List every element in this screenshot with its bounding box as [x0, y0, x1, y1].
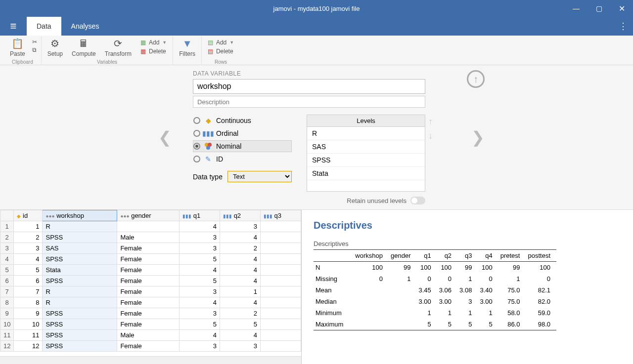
horizontal-scrollbar[interactable]	[0, 356, 301, 364]
level-up-arrow[interactable]: ↑	[428, 117, 433, 127]
results-subtitle: Descriptives	[314, 240, 621, 247]
add-row-button[interactable]: ▤Add ▼	[206, 39, 236, 46]
copy-icon[interactable]: ⧉	[32, 46, 37, 53]
filters-label: Filters	[179, 50, 195, 57]
compute-label: Compute	[72, 50, 96, 57]
results-panel: Descriptives Descriptives workshopgender…	[302, 210, 633, 364]
filter-icon: ▼	[181, 38, 194, 49]
column-header-q1[interactable]: ▮▮▮ q1	[180, 210, 220, 221]
variable-description-input[interactable]	[193, 96, 425, 108]
next-variable-arrow[interactable]: ❯	[471, 128, 485, 147]
table-row[interactable]: 55StataFemale44	[0, 265, 301, 276]
menu-bar: ≡ Data Analyses ⋮	[0, 17, 633, 36]
table-row[interactable]: 88RFemale44	[0, 297, 301, 308]
tab-analyses[interactable]: Analyses	[61, 17, 109, 36]
svg-point-2	[206, 146, 210, 150]
kebab-menu[interactable]: ⋮	[613, 17, 633, 36]
compute-icon: 🖩	[77, 38, 90, 49]
continuous-icon: ◆	[204, 117, 212, 124]
column-header-id[interactable]: ◆ id	[14, 210, 43, 221]
data-type-label: Data type	[193, 173, 223, 181]
table-row[interactable]: 22SPSSMale34	[0, 232, 301, 243]
table-row[interactable]: 66SPSSFemale54	[0, 276, 301, 286]
column-header-gender[interactable]: ●●● gender	[117, 210, 180, 221]
spreadsheet-panel: ◆ id●●● workshop●●● gender▮▮▮ q1▮▮▮ q2▮▮…	[0, 210, 302, 364]
chevron-down-icon: ▼	[162, 40, 167, 45]
data-table[interactable]: ◆ id●●● workshop●●● gender▮▮▮ q1▮▮▮ q2▮▮…	[0, 210, 301, 352]
table-row[interactable]: 99SPSSFemale32	[0, 308, 301, 319]
chevron-down-icon: ▼	[229, 40, 234, 45]
table-row[interactable]: 33SASFemale32	[0, 243, 301, 254]
setup-label: Setup	[47, 50, 63, 57]
cut-icon[interactable]: ✂	[32, 39, 37, 45]
tab-data[interactable]: Data	[27, 17, 61, 36]
transform-label: Transform	[105, 50, 132, 57]
variables-group-label: Variables	[97, 59, 117, 65]
level-item[interactable]: SPSS	[307, 154, 425, 167]
transform-icon: ⟳	[111, 38, 125, 49]
desc-row: Missing01001010	[314, 273, 556, 284]
paste-button[interactable]: 📋 Paste	[8, 37, 27, 58]
level-down-arrow[interactable]: ↓	[428, 131, 433, 141]
minimize-button[interactable]: ―	[565, 0, 588, 17]
table-row[interactable]: 44SPSSFemale54	[0, 254, 301, 265]
delete-variable-button[interactable]: ▦Delete	[138, 47, 169, 55]
measure-type-list: ◆ Continuous ▮▮▮ Ordinal Nominal	[193, 115, 292, 165]
results-title: Descriptives	[314, 220, 621, 231]
measure-nominal[interactable]: Nominal	[193, 140, 292, 152]
close-button[interactable]: ✕	[610, 0, 633, 17]
paste-label: Paste	[10, 50, 25, 57]
table-row[interactable]: 1010SPSSFemale55	[0, 319, 301, 330]
data-variable-label: DATA VARIABLE	[193, 70, 455, 77]
table-row[interactable]: 77RFemale31	[0, 286, 301, 297]
level-item[interactable]: SAS	[307, 140, 425, 154]
setup-icon: ⚙	[48, 38, 62, 49]
column-header-workshop[interactable]: ●●● workshop	[43, 210, 117, 221]
table-row[interactable]: 1111SPSSMale44	[0, 330, 301, 341]
corner-cell	[0, 210, 14, 221]
delete-row-button[interactable]: ▤Delete	[206, 47, 236, 55]
compute-button[interactable]: 🖩 Compute	[70, 37, 98, 58]
column-header-q2[interactable]: ▮▮▮ q2	[220, 210, 261, 221]
desc-row: N100991001009910099100	[314, 262, 556, 274]
retain-unused-toggle[interactable]	[410, 197, 425, 204]
id-icon: ✎	[204, 155, 212, 163]
rows-group-label: Rows	[215, 59, 227, 65]
nominal-icon	[204, 142, 212, 150]
add-variable-button[interactable]: ▦Add ▼	[138, 39, 169, 46]
prev-variable-arrow[interactable]: ❮	[158, 128, 172, 147]
desc-row: Median3.003.0033.0075.082.0	[314, 296, 556, 307]
radio-icon	[193, 156, 200, 162]
desc-row: Maximum555586.098.0	[314, 319, 556, 330]
measure-id[interactable]: ✎ ID	[193, 153, 292, 165]
table-row[interactable]: 11R43	[0, 221, 301, 232]
radio-icon	[193, 143, 200, 150]
setup-button[interactable]: ⚙ Setup	[45, 37, 65, 58]
variable-name-input[interactable]	[193, 79, 425, 94]
maximize-button[interactable]: ▢	[588, 0, 610, 17]
transform-button[interactable]: ⟳ Transform	[103, 37, 134, 58]
filters-button[interactable]: ▼ Filters	[177, 37, 197, 58]
table-row[interactable]: 1212SPSSFemale33	[0, 341, 301, 352]
levels-header: Levels	[307, 115, 425, 127]
levels-box: Levels RSASSPSSStata	[307, 115, 425, 192]
retain-unused-label: Retain unused levels	[347, 197, 407, 204]
column-header-q3[interactable]: ▮▮▮ q3	[260, 210, 301, 221]
clipboard-group-label: Clipboard	[12, 59, 33, 65]
measure-ordinal[interactable]: ▮▮▮ Ordinal	[193, 127, 292, 139]
window-title: jamovi - mydata100 jamovi file	[273, 5, 360, 12]
hamburger-menu[interactable]: ≡	[0, 17, 27, 36]
desc-row: Minimum111158.059.0	[314, 307, 556, 319]
data-type-select[interactable]: Text	[227, 171, 292, 182]
clipboard-icon: 📋	[10, 38, 24, 49]
measure-continuous[interactable]: ◆ Continuous	[193, 115, 292, 126]
level-item[interactable]: Stata	[307, 167, 425, 180]
ordinal-icon: ▮▮▮	[204, 129, 212, 137]
radio-icon	[193, 117, 200, 124]
ribbon: 📋 Paste ✂ ⧉ Clipboard ⚙ Setup 🖩 Compute …	[0, 36, 633, 65]
radio-icon	[193, 130, 200, 137]
desc-row: Mean3.453.063.083.4075.082.1	[314, 284, 556, 296]
level-item[interactable]: R	[307, 127, 425, 140]
collapse-editor-button[interactable]: ↑	[467, 70, 485, 88]
title-bar: jamovi - mydata100 jamovi file ― ▢ ✕	[0, 0, 633, 17]
